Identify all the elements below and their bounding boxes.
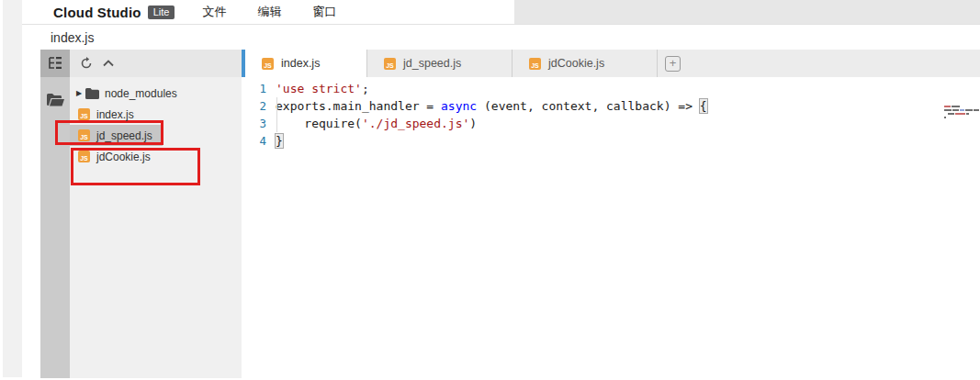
folder-icon [85,88,99,99]
new-tab-button[interactable]: + [665,56,681,72]
code-token: 'use strict' [276,82,362,95]
code-token: exports.main_handler = [276,99,441,113]
editor-group: JSindex.jsJSjd_speed.jsJSjdCookie.js + 1… [242,50,980,378]
js-file-icon: JS [384,58,396,70]
line-number: 2 [242,99,266,113]
code-editor[interactable]: 1'use strict';2exports.main_handler = as… [242,77,980,150]
tab-label: jdCookie.js [548,57,604,70]
menu-edit[interactable]: 编辑 [257,4,285,20]
line-number: 1 [242,82,266,95]
menu-bar: Cloud Studio Lite 文件编辑窗口 [22,0,980,25]
explorer-view-button[interactable] [40,50,70,77]
file-explorer-panel: ▶node_modulesJSindex.jsJSjd_speed.jsJSjd… [70,50,242,378]
refresh-button[interactable] [78,55,95,72]
js-file-icon: JS [78,129,90,141]
menu-bar-empty-region [514,0,980,24]
tree-item-label: jd_speed.js [96,129,152,142]
tree-item-label: index.js [96,108,134,121]
code-token: './jd_speed.js' [362,117,469,130]
code-token: { [699,98,708,114]
tab-jdcookie-js[interactable]: JSjdCookie.js [513,50,658,77]
code-token: async [441,99,477,113]
tabs: JSindex.jsJSjd_speed.jsJSjdCookie.js [245,50,658,77]
menu-list: 文件编辑窗口 [202,4,367,20]
code-token: ; [362,82,369,95]
js-file-icon: JS [78,108,90,120]
code-line-1: 1'use strict'; [242,80,980,97]
js-file-icon: JS [529,58,541,70]
indent-guide [276,97,277,132]
tree-item-label: node_modules [105,87,177,100]
folder-view-button[interactable] [40,86,70,114]
tree-item-label: jdCookie.js [96,151,151,163]
collapse-all-button[interactable] [100,55,117,72]
page-left-gutter [3,0,22,377]
activity-bar [40,50,70,378]
code-token: } [275,133,284,149]
tab-label: index.js [281,57,320,70]
code-line-4: 4} [242,132,980,150]
refresh-icon [80,57,93,70]
tree-item-node-modules[interactable]: ▶node_modules [70,83,242,104]
title-bar: index.js [22,26,980,49]
active-file-title: index.js [51,30,94,45]
explorer-toolbar [70,50,242,77]
chevron-up-icon [103,60,114,67]
js-file-icon: JS [262,58,274,70]
collapsed-arrow-icon: ▶ [74,89,84,97]
minimap[interactable] [941,106,980,120]
code-token: require( [276,117,362,130]
js-file-icon: JS [78,151,90,162]
line-number: 3 [242,117,266,130]
code-token: ) [469,117,477,130]
cloud-studio-window: Cloud Studio Lite 文件编辑窗口 index.js [0,0,980,380]
brand-logo: Cloud Studio [53,5,141,20]
tab-index-js[interactable]: JSindex.js [245,50,367,77]
code-token: (event, context, callback) => [477,99,700,113]
active-group-accent [242,50,245,77]
menu-window[interactable]: 窗口 [312,4,340,20]
code-line-3: 3 require('./jd_speed.js') [242,115,980,132]
menu-file[interactable]: 文件 [202,4,230,20]
open-folder-icon [47,94,64,106]
tab-bar: JSindex.jsJSjd_speed.jsJSjdCookie.js + [242,50,980,77]
tree-outline-icon [48,57,62,70]
tab-jd-speed-js[interactable]: JSjd_speed.js [367,50,513,77]
code-line-2: 2exports.main_handler = async (event, co… [242,97,980,115]
tab-label: jd_speed.js [403,57,461,70]
line-number: 4 [242,134,266,148]
lite-badge: Lite [148,6,175,19]
